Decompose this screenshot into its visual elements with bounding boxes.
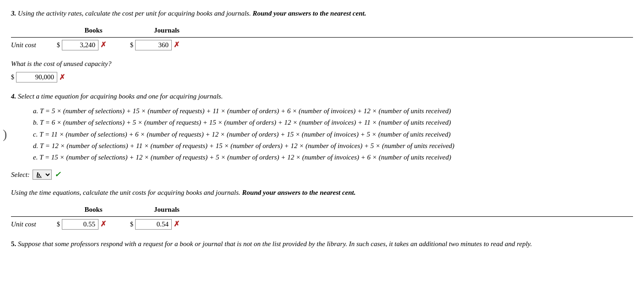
q4-journals-dollar: $ xyxy=(130,220,133,229)
q3-col-headers: Books Journals xyxy=(57,25,633,36)
bracket-icon: ) xyxy=(3,125,7,144)
q3-journals-dollar: $ xyxy=(130,40,133,50)
q4-option-b: b. T = 6 × (number of selections) + 5 × … xyxy=(33,117,633,128)
q3-unused-row: $ ✗ xyxy=(11,72,633,83)
q3-books-input[interactable] xyxy=(62,40,98,50)
q4-books-input[interactable] xyxy=(62,219,98,230)
q3-books-dollar: $ xyxy=(57,40,60,50)
q5-section: 5. Suppose that some professors respond … xyxy=(11,239,633,249)
q4-section: 4. Select a time equation for acquiring … xyxy=(11,91,633,232)
q4-select-row: Select: b. a. c. d. e. ✓ xyxy=(11,169,633,180)
q3-journals-clear[interactable]: ✗ xyxy=(174,39,180,50)
q4-number: 4. xyxy=(11,93,16,100)
q4-select-label: Select: xyxy=(11,170,30,180)
q4-options-wrapper: ) a. T = 5 × (number of selections) + 15… xyxy=(11,106,633,163)
q3-unit-cost-row: Unit cost $ ✗ $ ✗ xyxy=(11,37,633,52)
q3-section: 3. Using the activity rates, calculate t… xyxy=(11,8,633,83)
q4-unit-cost-row: Unit cost $ ✗ $ ✗ xyxy=(11,216,633,231)
q4-journals-header: Journals xyxy=(130,204,203,215)
q3-bold: Round your answers to the nearest cent. xyxy=(252,10,366,17)
q4-option-e: e. T = 15 × (number of selections) + 12 … xyxy=(33,152,633,163)
q5-text: Suppose that some professors respond wit… xyxy=(18,240,532,248)
q4-books-dollar: $ xyxy=(57,220,60,229)
q3-row-label: Unit cost xyxy=(11,40,57,50)
q3-unused-label: What is the cost of unused capacity? xyxy=(11,59,633,69)
q3-header: 3. Using the activity rates, calculate t… xyxy=(11,8,633,19)
q4-books-header: Books xyxy=(57,204,130,215)
q3-journals-header: Journals xyxy=(130,25,203,36)
q4-option-d: d. T = 12 × (number of selections) + 11 … xyxy=(33,141,633,151)
q3-unused-input[interactable] xyxy=(16,72,57,82)
q4-journals-input[interactable] xyxy=(135,219,172,230)
q4-col-headers: Books Journals xyxy=(57,204,633,215)
q3-journals-cell: $ ✗ xyxy=(130,39,203,50)
q3-books-clear[interactable]: ✗ xyxy=(100,39,106,50)
q4-books-clear[interactable]: ✗ xyxy=(100,219,106,230)
q3-books-cell: $ ✗ xyxy=(57,39,130,50)
q3-journals-input[interactable] xyxy=(135,40,172,50)
q4-options-list: a. T = 5 × (number of selections) + 15 ×… xyxy=(33,106,633,163)
q4-table: Books Journals Unit cost $ ✗ $ ✗ xyxy=(11,204,633,232)
q4-row-label: Unit cost xyxy=(11,219,57,230)
q3-table: Books Journals Unit cost $ ✗ $ ✗ xyxy=(11,25,633,53)
q3-unused-dollar: $ xyxy=(11,72,14,82)
q4-option-c: c. T = 11 × (number of selections) + 6 ×… xyxy=(33,129,633,140)
q4-option-a: a. T = 5 × (number of selections) + 15 ×… xyxy=(33,106,633,116)
q3-unused-clear[interactable]: ✗ xyxy=(59,72,65,83)
q4-using-eq-text: Using the time equations, calculate the … xyxy=(11,187,633,198)
q4-select-dropdown[interactable]: b. a. c. d. e. xyxy=(33,170,52,180)
q5-number: 5. xyxy=(11,240,16,248)
q4-books-cell: $ ✗ xyxy=(57,219,130,230)
q3-unused-section: What is the cost of unused capacity? $ ✗ xyxy=(11,59,633,83)
q4-header-text: Select a time equation for acquiring boo… xyxy=(18,93,223,100)
q4-check-mark: ✓ xyxy=(55,169,60,180)
q4-header: 4. Select a time equation for acquiring … xyxy=(11,91,633,102)
q4-journals-clear[interactable]: ✗ xyxy=(174,219,180,230)
q3-books-header: Books xyxy=(57,25,130,36)
q4-journals-cell: $ ✗ xyxy=(130,219,203,230)
q3-header-text: Using the activity rates, calculate the … xyxy=(18,10,252,17)
